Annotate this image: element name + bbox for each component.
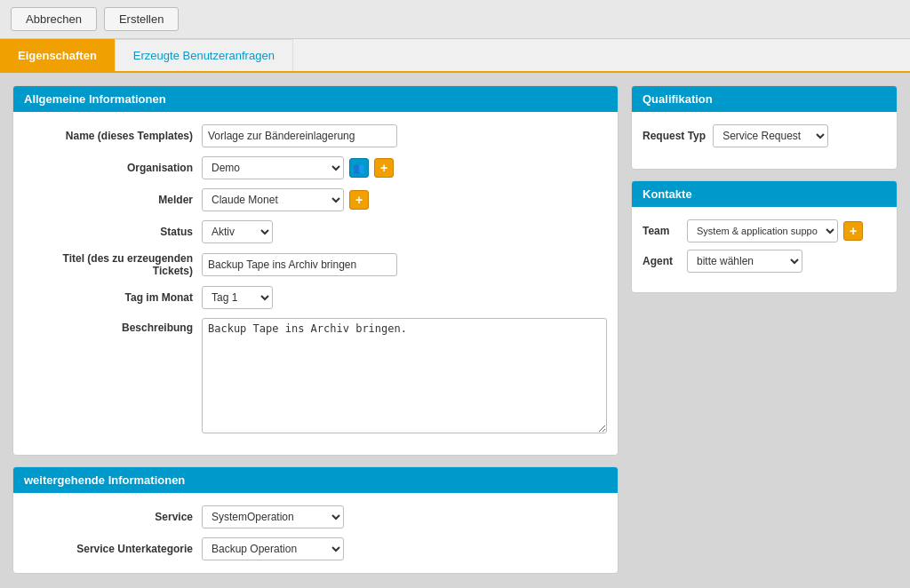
service-row: Service SystemOperation <box>24 505 607 528</box>
status-label: Status <box>24 226 202 238</box>
titel-input[interactable] <box>202 253 397 276</box>
tab-eigenschaften[interactable]: Eigenschaften <box>0 39 115 71</box>
team-label: Team <box>643 225 687 237</box>
organisation-action-button[interactable]: 👥 <box>349 158 369 178</box>
qualifikation-title: Qualifikation <box>643 92 713 106</box>
organisation-label: Organisation <box>24 162 202 174</box>
name-label: Name (dieses Templates) <box>24 130 202 142</box>
organisation-select[interactable]: Demo <box>202 156 344 179</box>
agent-row: Agent bitte wählen <box>643 250 886 273</box>
cancel-button[interactable]: Abbrechen <box>11 7 97 31</box>
allgemeine-informationen-header: Allgemeine Informationen <box>13 86 618 112</box>
service-unterkategorie-label: Service Unterkategorie <box>24 543 202 555</box>
create-button[interactable]: Erstellen <box>104 7 180 31</box>
allgemeine-informationen-title: Allgemeine Informationen <box>24 92 166 106</box>
request-typ-row: Request Typ Service Request <box>643 124 886 147</box>
service-unterkategorie-control: Backup Operation <box>202 537 607 560</box>
tag-control: Tag 1 <box>202 286 607 309</box>
kontakte-box: Kontakte Team System & application suppo… <box>631 180 898 293</box>
beschreibung-control <box>202 318 607 433</box>
titel-label: Titel (des zu erzeugenden Tickets) <box>24 252 202 277</box>
organisation-row: Organisation Demo 👥 + <box>24 156 607 179</box>
name-row: Name (dieses Templates) <box>24 124 607 147</box>
kontakte-body: Team System & application support + Agen… <box>632 207 897 292</box>
status-control: Aktiv <box>202 220 607 243</box>
allgemeine-informationen-box: Allgemeine Informationen Name (dieses Te… <box>12 85 619 456</box>
melder-control: Claude Monet + <box>202 188 607 211</box>
agent-select[interactable]: bitte wählen <box>687 250 802 273</box>
qualifikation-body: Request Typ Service Request <box>632 112 897 169</box>
titel-row: Titel (des zu erzeugenden Tickets) <box>24 252 607 277</box>
name-input[interactable] <box>202 124 397 147</box>
melder-select[interactable]: Claude Monet <box>202 188 344 211</box>
kontakte-title: Kontakte <box>643 187 692 201</box>
weitergehende-informationen-header: weitergehende Informationen <box>13 467 618 493</box>
weitergehende-informationen-title: weitergehende Informationen <box>24 473 185 487</box>
service-select[interactable]: SystemOperation <box>202 505 344 528</box>
kontakte-header: Kontakte <box>632 181 897 207</box>
melder-row: Melder Claude Monet + <box>24 188 607 211</box>
tab-benutzeranfragen[interactable]: Erzeugte Benutzeranfragen <box>115 39 293 71</box>
request-typ-select[interactable]: Service Request <box>713 124 828 147</box>
weitergehende-informationen-body: Service SystemOperation Service Unterkat… <box>13 493 618 573</box>
melder-add-button[interactable]: + <box>349 190 369 210</box>
beschreibung-textarea[interactable] <box>202 318 607 433</box>
beschreibung-row: Beschreibung <box>24 318 607 433</box>
tab-bar: Eigenschaften Erzeugte Benutzeranfragen <box>0 39 910 73</box>
qualifikation-box: Qualifikation Request Typ Service Reques… <box>631 85 898 170</box>
beschreibung-label: Beschreibung <box>24 318 202 334</box>
name-control <box>202 124 607 147</box>
request-typ-label: Request Typ <box>643 130 706 142</box>
organisation-add-button[interactable]: + <box>374 158 394 178</box>
team-select[interactable]: System & application support <box>687 219 838 242</box>
status-row: Status Aktiv <box>24 220 607 243</box>
organisation-control: Demo 👥 + <box>202 156 607 179</box>
main-content: Allgemeine Informationen Name (dieses Te… <box>0 73 910 588</box>
toolbar: Abbrechen Erstellen <box>0 0 910 39</box>
melder-label: Melder <box>24 194 202 206</box>
tag-row: Tag im Monat Tag 1 <box>24 286 607 309</box>
allgemeine-informationen-body: Name (dieses Templates) Organisation Dem… <box>13 112 618 455</box>
qualifikation-header: Qualifikation <box>632 86 897 112</box>
titel-control <box>202 253 607 276</box>
tag-select[interactable]: Tag 1 <box>202 286 273 309</box>
team-add-button[interactable]: + <box>843 221 863 241</box>
team-row: Team System & application support + <box>643 219 886 242</box>
weitergehende-informationen-box: weitergehende Informationen Service Syst… <box>12 466 619 574</box>
agent-label: Agent <box>643 255 687 267</box>
service-label: Service <box>24 511 202 523</box>
status-select[interactable]: Aktiv <box>202 220 273 243</box>
tag-label: Tag im Monat <box>24 291 202 304</box>
left-panel: Allgemeine Informationen Name (dieses Te… <box>12 85 619 576</box>
right-panel: Qualifikation Request Typ Service Reques… <box>631 85 898 576</box>
service-unterkategorie-row: Service Unterkategorie Backup Operation <box>24 537 607 560</box>
service-control: SystemOperation <box>202 505 607 528</box>
service-unterkategorie-select[interactable]: Backup Operation <box>202 537 344 560</box>
